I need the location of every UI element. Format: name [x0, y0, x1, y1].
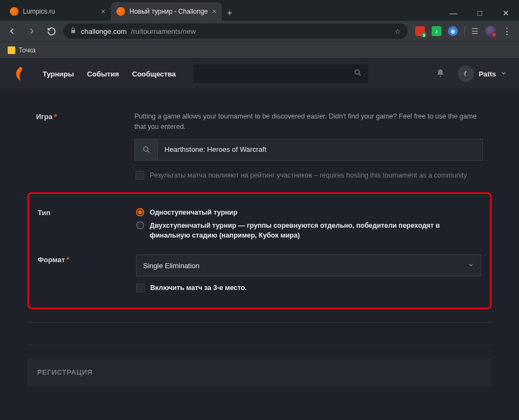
star-icon[interactable]: ☆: [394, 27, 401, 36]
third-place-label: Включить матч за 3-е место.: [150, 284, 247, 292]
ranking-checkbox[interactable]: [135, 171, 144, 180]
label-type: Тип: [38, 208, 125, 244]
user-menu[interactable]: Patts: [458, 66, 507, 82]
tab-title: Lumpics.ru: [23, 8, 97, 15]
site-navbar: Турниры События Сообщества Patts: [0, 58, 519, 90]
radio-label: Двухступенчатый турнир — группы соревную…: [150, 221, 481, 240]
format-value: Single Elimination: [143, 262, 199, 270]
form-container: Игра* Putting a game allows your tournam…: [0, 90, 519, 386]
required-marker: *: [54, 113, 57, 121]
format-select[interactable]: Single Elimination: [136, 255, 481, 276]
label-format: Формат*: [38, 255, 125, 292]
notification-bell-icon[interactable]: [436, 69, 445, 79]
window-controls: — □ ✕: [446, 5, 519, 21]
nav-link-tournaments[interactable]: Турниры: [43, 70, 74, 78]
chevron-down-icon: [468, 262, 474, 270]
lock-icon: [70, 27, 76, 35]
url-path: /ru/tournaments/new: [131, 27, 196, 36]
profile-avatar-icon[interactable]: [485, 26, 496, 37]
reload-button[interactable]: [44, 23, 59, 39]
svg-point-0: [355, 70, 359, 74]
site-search[interactable]: [193, 64, 368, 83]
game-search-button[interactable]: [135, 139, 158, 160]
bookmarks-bar: Точка: [0, 42, 519, 58]
browser-tab-inactive[interactable]: Lumpics.ru ×: [4, 2, 111, 21]
section-game: Игра* Putting a game allows your tournam…: [27, 100, 492, 191]
close-icon[interactable]: ×: [212, 7, 216, 16]
radio-input-unchecked[interactable]: [136, 221, 144, 229]
username: Patts: [479, 70, 496, 78]
bookmark-item[interactable]: Точка: [8, 46, 36, 54]
close-window-button[interactable]: ✕: [498, 5, 514, 21]
page-content: Турниры События Сообщества Patts: [0, 58, 519, 420]
favicon-lumpics: [10, 7, 19, 16]
section-type: Тип Одноступенчатый турнир Двухступенчат…: [29, 196, 490, 250]
ranking-checkbox-row: Результаты матча повлияют на рейтинг уча…: [134, 170, 483, 180]
extension-blue-icon[interactable]: ⊕: [448, 26, 458, 36]
minimize-button[interactable]: —: [446, 5, 461, 21]
challonge-logo[interactable]: [12, 65, 30, 82]
radio-label: Одноступенчатый турнир: [150, 208, 481, 217]
chevron-down-icon: [500, 70, 507, 78]
registration-header[interactable]: РЕГИСТРАЦИЯ: [27, 358, 492, 386]
section-divider: [27, 322, 492, 323]
address-bar: challonge.com/ru/tournaments/new ☆ ♪ ⊕ ☰…: [0, 21, 519, 42]
back-button[interactable]: [4, 23, 20, 39]
forward-button[interactable]: [24, 23, 39, 39]
search-icon: [354, 69, 362, 79]
divider: [464, 26, 465, 37]
game-hint: Putting a game allows your tournament to…: [134, 111, 483, 132]
game-input[interactable]: [158, 139, 482, 160]
label-game: Игра*: [36, 111, 123, 180]
nav-link-events[interactable]: События: [87, 70, 119, 78]
browser-tab-strip: Lumpics.ru × Новый турнир - Challonge × …: [0, 0, 519, 21]
third-place-row: Включить матч за 3-е место.: [136, 283, 481, 292]
radio-two-stage[interactable]: Двухступенчатый турнир — группы соревную…: [136, 221, 481, 240]
extension-icons: ♪ ⊕ ☰ ⋮: [412, 26, 515, 37]
extension-adblock-icon[interactable]: [415, 26, 425, 36]
nav-link-communities[interactable]: Сообщества: [132, 70, 176, 78]
bookmark-label: Точка: [19, 46, 36, 54]
close-icon[interactable]: ×: [101, 7, 105, 16]
game-search-wrap: [134, 139, 483, 161]
url-host: challonge.com: [81, 27, 127, 36]
tab-title: Новый турнир - Challonge: [129, 8, 208, 15]
section-divider: [27, 345, 492, 345]
browser-tab-active[interactable]: Новый турнир - Challonge ×: [111, 2, 222, 21]
avatar: [458, 66, 474, 82]
maximize-button[interactable]: □: [472, 5, 487, 21]
new-tab-button[interactable]: +: [222, 5, 237, 21]
svg-point-1: [143, 146, 148, 151]
third-place-checkbox[interactable]: [136, 283, 145, 292]
highlighted-type-format: Тип Одноступенчатый турнир Двухступенчат…: [27, 192, 492, 309]
ranking-label: Результаты матча повлияют на рейтинг уча…: [150, 170, 467, 180]
radio-input-checked[interactable]: [136, 208, 144, 216]
url-field[interactable]: challonge.com/ru/tournaments/new ☆: [63, 23, 408, 39]
favicon-challonge: [116, 7, 125, 16]
required-marker: *: [67, 256, 69, 264]
bookmark-icon: [8, 46, 15, 54]
reading-list-icon[interactable]: ☰: [471, 27, 479, 36]
section-format: Формат* Single Elimination: [29, 250, 490, 303]
kebab-menu-icon[interactable]: ⋮: [503, 26, 511, 37]
extension-green-icon[interactable]: ♪: [432, 26, 441, 36]
radio-single-stage[interactable]: Одноступенчатый турнир: [136, 208, 481, 217]
